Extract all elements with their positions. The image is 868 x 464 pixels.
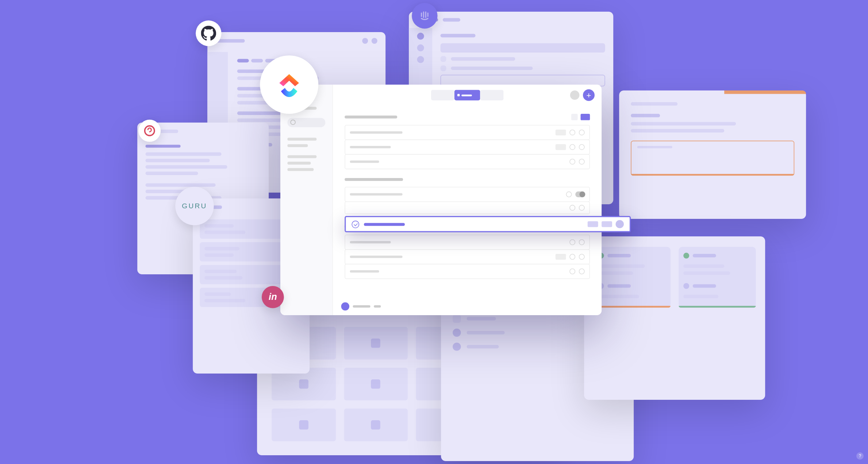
user-avatar[interactable] [570, 90, 580, 100]
svg-rect-0 [418, 9, 431, 22]
orange-window [619, 90, 806, 219]
toggle[interactable] [575, 192, 585, 197]
add-button[interactable]: + [583, 89, 595, 101]
sidebar [280, 85, 333, 315]
highlighted-task-row[interactable] [345, 216, 631, 232]
topbar: + [333, 85, 602, 106]
section-title [345, 116, 397, 119]
view-tab[interactable] [480, 90, 503, 100]
task-row[interactable] [345, 249, 590, 264]
svg-point-7 [151, 129, 152, 130]
meta-icon [138, 120, 161, 142]
task-row[interactable] [345, 235, 590, 250]
kanban-window [584, 236, 765, 400]
checkbox-icon[interactable] [352, 220, 359, 228]
orange-accent-bar [724, 90, 806, 94]
svg-point-6 [147, 129, 149, 130]
clickup-icon [260, 55, 318, 114]
task-row[interactable] [345, 201, 590, 214]
section-title [345, 178, 403, 181]
assignee-avatar[interactable] [616, 220, 624, 228]
chat-icon[interactable] [341, 302, 349, 310]
task-row[interactable] [345, 154, 590, 169]
guru-icon: GURU [175, 187, 214, 225]
task-row[interactable] [345, 139, 590, 155]
svg-point-5 [145, 126, 154, 135]
illustration-stage: + [0, 0, 868, 464]
task-row[interactable] [345, 125, 590, 140]
view-tab-active[interactable] [454, 90, 480, 100]
task-row[interactable] [345, 264, 590, 279]
help-button[interactable]: ? [856, 452, 864, 460]
footer [333, 302, 381, 310]
task-row[interactable] [345, 187, 590, 202]
view-tab[interactable] [431, 90, 454, 100]
intercom-icon [412, 3, 437, 28]
task-list [333, 106, 602, 315]
search-input[interactable] [287, 118, 325, 127]
invision-icon: in [262, 286, 284, 308]
task-title-bar [364, 223, 405, 225]
github-icon [196, 20, 221, 46]
clickup-app-window: + [280, 85, 602, 315]
